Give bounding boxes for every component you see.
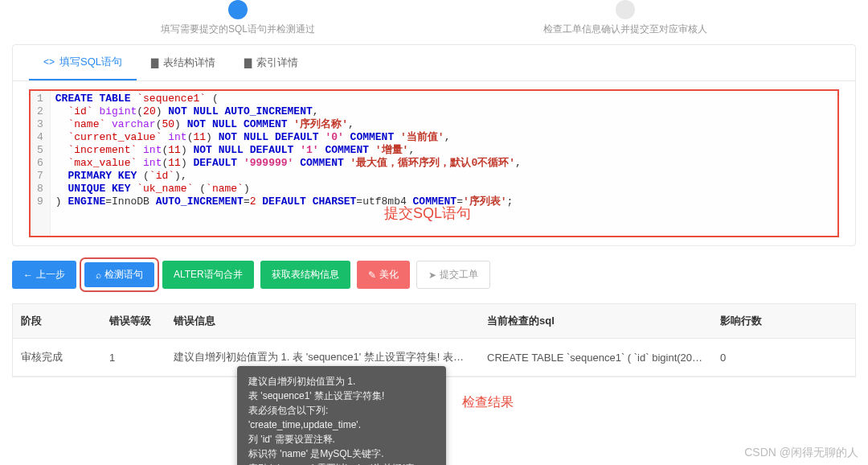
step-circle-active bbox=[228, 0, 248, 19]
cell-rows: 0 bbox=[712, 339, 855, 377]
col-rows: 影响行数 bbox=[712, 304, 855, 339]
step-2-label: 检查工单信息确认并提交至对应审核人 bbox=[543, 23, 707, 36]
tab-table-struct[interactable]: ▇ 表结构详情 bbox=[137, 45, 230, 80]
beautify-button[interactable]: ✎美化 bbox=[357, 261, 410, 289]
code-icon: <> bbox=[43, 56, 55, 68]
col-stage: 阶段 bbox=[13, 304, 101, 339]
tab-fill-sql-label: 填写SQL语句 bbox=[59, 55, 122, 69]
step-1: 填写需要提交的SQL语句并检测通过 bbox=[161, 0, 315, 36]
check-sql-button[interactable]: ⌕检测语句 bbox=[84, 262, 154, 287]
sql-editor-highlight: 123456789 CREATE TABLE `sequence1` ( `id… bbox=[29, 89, 839, 237]
col-sql: 当前检查的sql bbox=[479, 304, 712, 339]
main-card: <> 填写SQL语句 ▇ 表结构详情 ▇ 索引详情 123456789 CREA… bbox=[12, 44, 856, 246]
tab-index-detail[interactable]: ▇ 索引详情 bbox=[230, 45, 313, 80]
submit-button[interactable]: ➤提交工单 bbox=[416, 261, 490, 289]
tab-index-detail-label: 索引详情 bbox=[256, 56, 298, 70]
step-2: 检查工单信息确认并提交至对应审核人 bbox=[543, 0, 707, 36]
col-msg: 错误信息 bbox=[166, 304, 479, 339]
tooltip-line: 建议自增列初始值置为 1. bbox=[248, 374, 435, 377]
cell-stage: 审核完成 bbox=[13, 339, 101, 377]
folder-icon: ▇ bbox=[151, 57, 158, 68]
col-level: 错误等级 bbox=[101, 304, 166, 339]
prev-button[interactable]: ←上一步 bbox=[12, 261, 76, 289]
table-header-row: 阶段 错误等级 错误信息 当前检查的sql 影响行数 bbox=[13, 304, 855, 339]
step-circle-inactive bbox=[616, 0, 635, 19]
step-1-label: 填写需要提交的SQL语句并检测通过 bbox=[161, 23, 315, 36]
tab-table-struct-label: 表结构详情 bbox=[163, 56, 215, 70]
send-icon: ➤ bbox=[428, 270, 436, 281]
tab-bar: <> 填写SQL语句 ▇ 表结构详情 ▇ 索引详情 bbox=[13, 45, 855, 81]
arrow-left-icon: ← bbox=[23, 270, 33, 281]
pencil-icon: ✎ bbox=[368, 270, 376, 281]
folder-icon: ▇ bbox=[244, 57, 252, 68]
cell-level: 1 bbox=[101, 339, 166, 377]
action-buttons: ←上一步 ⌕检测语句 ALTER语句合并 获取表结构信息 ✎美化 ➤提交工单 bbox=[0, 246, 868, 303]
wizard-steps: 填写需要提交的SQL语句并检测通过 检查工单信息确认并提交至对应审核人 bbox=[0, 0, 868, 44]
line-gutter: 123456789 bbox=[31, 91, 51, 236]
tab-fill-sql[interactable]: <> 填写SQL语句 bbox=[29, 45, 137, 80]
alter-merge-button[interactable]: ALTER语句合并 bbox=[162, 261, 254, 289]
error-tooltip: 建议自增列初始值置为 1. 表 'sequence1' 禁止设置字符集! 表必须… bbox=[237, 366, 446, 377]
annotation-submit-sql: 提交SQL语句 bbox=[384, 204, 471, 223]
check-button-highlight: ⌕检测语句 bbox=[83, 261, 156, 289]
cell-sql: CREATE TABLE `sequence1` ( `id` bigint(2… bbox=[479, 339, 712, 377]
get-struct-button[interactable]: 获取表结构信息 bbox=[260, 261, 350, 289]
search-icon: ⌕ bbox=[96, 270, 101, 281]
